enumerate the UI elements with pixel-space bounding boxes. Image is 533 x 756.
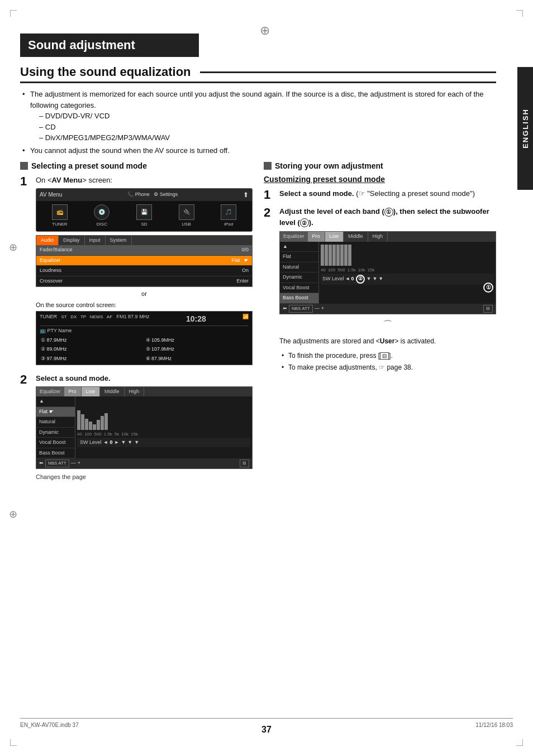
eq-footer-right: ⬅ NBS ATT — + ⊟ [280,304,496,314]
ipod-icon: 🎵 iPod [221,204,236,228]
eq-tab-middle-r: Middle [344,232,368,242]
bottom-bar: EN_KW-AV70E.indb 37 11/12/16 18:03 [20,718,513,728]
left-crosshair-1: ⊕ [9,241,17,253]
section-heading: Using the sound equalization [20,65,496,83]
av-menu-icons: 📻 TUNER 💿 DISC 💾 SD [36,201,252,231]
settings-tabs: Audio Display Input System [36,236,252,246]
eq-tabs-right: Equalizer Pro Low Middle High [280,232,496,242]
tuner-header: TUNER ST DX TP NEWS AF FM1 87.9 MHz 10:2… [40,313,249,326]
step-1-right: 1 Select a sound mode. (☞ "Selecting a p… [264,188,496,202]
eq-bars-right-area: 401005001.5k10k15k ① SW Level ◄ 0 ② [319,242,496,304]
english-sidebar: ENGLISH [517,67,533,190]
subsection-square-right [264,162,272,170]
bullet-2: You cannot adjust the sound when the AV … [22,145,496,156]
subsection-heading-right: Storing your own adjustment [264,161,496,170]
eq-bars-left: 401005001.5k5k10k15k SW Level ◄ 0 ► ▼ ▼ [75,396,252,458]
footnote-bullets: To finish the procedure, press [⊟]. To m… [279,351,496,372]
disc-icon: 💿 DISC [94,204,110,228]
step-2-right: 2 Adjust the level of each band (①), the… [264,206,496,374]
settings-tab-display: Display [59,236,85,246]
sw-level-left: SW Level ◄ 0 ► ▼ ▼ ▼ [77,438,250,448]
usb-icon: 🔌 USB [179,204,194,228]
left-crosshair-2: ⊕ [9,508,17,520]
or-divider: or [36,289,253,299]
tuner-channels: ① 87.9MHz ④ 105.9MHz ② 89.0MHz ⑤ 107.9MH… [40,336,249,363]
step2-text: Select a sound mode. [36,374,111,382]
corner-mark-tl [10,10,17,17]
intro-bullets: The adjustment is memorized for each sou… [20,89,496,156]
settings-tab-system: System [106,236,132,246]
sub-bullets: DVD/DVD-VR/ VCD CD DivX/MPEG1/MPEG2/MP3/… [30,111,496,143]
subsection-heading-left: Selecting a preset sound mode [20,161,253,170]
two-column-layout: Selecting a preset sound mode 1 On <AV M… [20,161,496,486]
footer-right: 11/12/16 18:03 [475,722,513,728]
settings-tab-audio: Audio [36,236,59,246]
changes-page-caption: Changes the page [36,472,253,482]
eq-tabs-left: Equalizer Pro Low Middle High [36,387,252,397]
top-crosshair [260,23,273,37]
page-title: Sound adjustment [20,34,199,57]
eq-tab-middle: Middle [100,387,125,397]
settings-row-fader: Fader/Balance0/0 [36,245,252,256]
activated-text: The adjustments are stored and <User> is… [279,336,496,346]
eq-modes-left: ▲ Flat ☛ Natural Dynamic Vocal Boost Bas… [36,396,75,458]
circle-1-indicator: ① [483,283,493,293]
eq-tab-pro: Pro [64,387,82,397]
av-menu-bar: AV Menu 📞 Phone ⚙ Settings ⬆ [36,189,252,201]
eq-body-left: ▲ Flat ☛ Natural Dynamic Vocal Boost Bas… [36,396,252,458]
corner-mark-tr [516,10,523,17]
eq-label-right: Equalizer [280,232,308,242]
eq-tab-high: High [125,387,145,397]
eq-tab-pro-r: Pro [308,232,325,242]
eq-footer-left: ⬅ NBS ATT — + ⊟ [36,458,252,468]
settings-row-loudness: LoudnessOn [36,266,252,276]
eq-screen-left: Equalizer Pro Low Middle High ▲ Flat ☛ N… [36,386,253,470]
av-menu-screen: AV Menu 📞 Phone ⚙ Settings ⬆ 📻 TUNER 💿 [36,188,253,232]
sd-icon: 💾 SD [136,204,152,228]
step-2-left: 2 Select a sound mode. Equalizer Pro Low… [20,373,253,482]
bullet-1: The adjustment is memorized for each sou… [22,89,496,143]
tuner-icon: 📻 TUNER [52,204,68,228]
eq-tab-low-r: Low [325,232,344,242]
english-label: ENGLISH [521,108,530,149]
eq-tab-high-r: High [368,232,388,242]
settings-table: Audio Display Input System Fader/Balance… [36,235,253,288]
left-column: Selecting a preset sound mode 1 On <AV M… [20,161,253,486]
corner-mark-br [516,739,523,746]
eq-body-right: ▲ Flat Natural Dynamic Vocal Boost Bass … [280,242,496,304]
settings-tab-input: Input [85,236,106,246]
customizing-heading: Customizing preset sound mode [264,175,496,184]
step-1-left: 1 On <AV Menu> screen: AV Menu 📞 Phone ⚙… [20,175,253,369]
eq-screen-right: Equalizer Pro Low Middle High ▲ Flat Nat… [279,231,496,314]
circle-2-indicator: ② [356,275,365,284]
page-content: Sound adjustment Using the sound equaliz… [20,34,513,486]
settings-row-crossover: CrossoverEnter [36,276,252,287]
footnote-1: To finish the procedure, press [⊟]. [282,351,496,361]
eq-tab-low: Low [82,387,101,397]
av-menu-ref: AV Menu [52,176,83,184]
curved-arrow: ⌒ [279,318,496,333]
footer-left: EN_KW-AV70E.indb 37 [20,722,79,728]
eq-modes-right: ▲ Flat Natural Dynamic Vocal Boost Bass … [280,242,319,304]
pty-name: 📺 PTY Name [40,327,249,335]
subsection-square-left [20,162,28,170]
corner-mark-bl [10,739,17,746]
settings-row-equalizer: EqualizerFlat ☛ [36,256,252,266]
source-control-label: On the source control screen: [36,300,253,310]
sw-controls: SW Level ◄ 0 ② ▼ ▼ ▼ [321,274,494,285]
footnote-2: To make precise adjustments, ☞ page 38. [282,362,496,372]
tuner-screen: TUNER ST DX TP NEWS AF FM1 87.9 MHz 10:2… [36,311,253,365]
right-column: Storing your own adjustment Customizing … [264,161,496,486]
eq-label: Equalizer [36,387,64,397]
